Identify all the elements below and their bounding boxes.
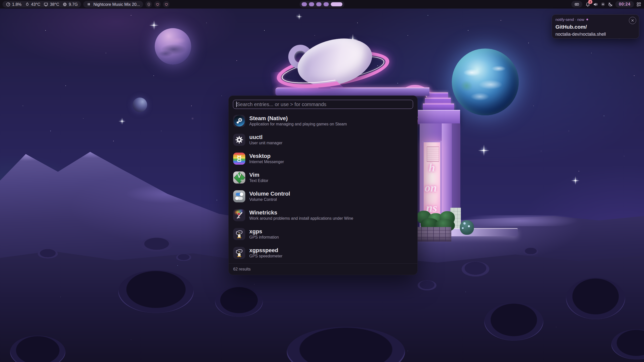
memory-stat: 9.7G: [62, 2, 78, 7]
sparkle-star: [153, 24, 155, 26]
result-name: Winetricks: [249, 210, 353, 215]
sparkle-star: [575, 180, 576, 181]
result-description: Text Editor: [249, 179, 268, 183]
cpu-temp-stat: 43°C: [25, 2, 41, 7]
app-launcher-panel: Steam (Native) Application for managing …: [228, 96, 418, 275]
vesktop-icon: [233, 153, 245, 165]
top-bar: 1.8% 43°C 38°C 9.7G Nightcore Music Mix …: [0, 0, 644, 9]
notification-popup[interactable]: notify-send · now GitHub.com/ noctalia-d…: [552, 14, 639, 39]
result-description: User unit manager: [249, 141, 283, 145]
tux-icon: [233, 247, 245, 259]
sparkle-star: [122, 121, 123, 122]
neon-sign-band: [275, 87, 429, 96]
results-footer: 62 results: [229, 263, 417, 275]
launcher-result[interactable]: Vim Vim Text Editor: [229, 168, 417, 187]
crater: [566, 278, 625, 319]
workspace-indicator[interactable]: [300, 1, 344, 8]
crater: [418, 280, 436, 290]
result-name: uuctl: [249, 134, 283, 140]
menu-board: [427, 146, 439, 162]
crater: [141, 238, 172, 251]
brick-planter: [416, 227, 451, 242]
glowing-shop-window: h on ns: [422, 141, 442, 218]
sun-icon: [600, 2, 606, 7]
clock-widget[interactable]: 00:24: [615, 1, 634, 8]
night-light-button[interactable]: [608, 2, 613, 7]
brightness-button[interactable]: [600, 2, 606, 7]
launcher-result[interactable]: Steam (Native) Application for managing …: [229, 111, 417, 130]
launcher-result[interactable]: uuctl User unit manager: [229, 130, 417, 149]
keyboard-layout-widget[interactable]: [571, 1, 582, 8]
result-description: Application for managing and playing gam…: [249, 122, 347, 126]
grid-plus-icon: [636, 2, 641, 7]
system-stats-widget[interactable]: 1.8% 43°C 38°C 9.7G: [3, 1, 81, 8]
volume-icon: [233, 190, 245, 202]
sparkle-star: [483, 149, 485, 151]
launcher-result[interactable]: xgps GPS information: [229, 224, 417, 243]
results-list: Steam (Native) Application for managing …: [229, 111, 417, 262]
pause-icon: [87, 2, 91, 7]
crater: [462, 261, 489, 277]
search-input[interactable]: [233, 100, 413, 109]
result-description: GPS speedometer: [249, 254, 283, 258]
crater: [118, 270, 194, 313]
result-name: Vesktop: [249, 153, 284, 159]
vim-icon: Vim: [233, 171, 245, 184]
steam-icon: [233, 115, 245, 127]
chip-icon: [62, 2, 67, 7]
sparkle-star: [299, 16, 300, 17]
result-description: Internet Messenger: [249, 160, 284, 164]
result-description: Volume Control: [249, 198, 290, 202]
close-icon[interactable]: [629, 17, 636, 24]
keyboard-layout-icon: [574, 2, 579, 7]
workspace-dot[interactable]: [302, 2, 307, 6]
gear-icon: [233, 134, 245, 146]
result-name: Steam (Native): [249, 116, 347, 121]
crater: [215, 287, 263, 317]
workspace-dot[interactable]: [324, 2, 329, 6]
result-name: xgps: [249, 229, 279, 234]
notification-title: GitHub.com/: [555, 24, 635, 30]
earth-planet: [452, 49, 519, 115]
crater: [484, 303, 543, 341]
workspace-dot[interactable]: [316, 2, 321, 6]
unread-dot: [586, 19, 588, 20]
media-player-widget[interactable]: Nightcore Music Mix 20...: [83, 1, 143, 8]
clock-text: 00:24: [619, 2, 630, 7]
workspace-active[interactable]: [331, 2, 342, 6]
result-description: GPS information: [249, 235, 279, 239]
notifications-button[interactable]: 2: [585, 1, 591, 7]
result-name: xgpsspeed: [249, 248, 283, 253]
media-title: Nightcore Music Mix 20...: [93, 2, 140, 7]
purple-planet: [155, 28, 191, 65]
launcher-result[interactable]: Vesktop Internet Messenger: [229, 149, 417, 168]
gpu-temp-stat: 38°C: [44, 2, 59, 7]
result-description: Work around problems and install applica…: [249, 216, 353, 220]
neon-sign-letter: h: [429, 162, 435, 173]
tray-heart-icon[interactable]: [163, 1, 170, 8]
workspace-dot[interactable]: [309, 2, 314, 6]
flame-icon: [25, 2, 30, 7]
winetricks-icon: [233, 209, 245, 221]
notification-body: noctalia-dev/noctalia.shell: [555, 32, 635, 37]
notification-meta: notify-send · now: [555, 17, 584, 22]
speaker-icon: [593, 2, 598, 7]
results-count: 62 results: [233, 267, 251, 272]
launcher-result[interactable]: Volume Control Volume Control: [229, 187, 417, 206]
crater: [176, 254, 191, 261]
launcher-result[interactable]: Winetricks Work around problems and inst…: [229, 206, 417, 224]
app-launcher-button[interactable]: [636, 2, 641, 7]
volume-button[interactable]: [593, 2, 598, 7]
tray-skull-icon[interactable]: [145, 1, 152, 8]
tray-heart-icon[interactable]: [154, 1, 161, 8]
crater: [38, 249, 58, 258]
display-icon: [44, 2, 48, 7]
tux-icon: [233, 228, 245, 240]
gauge-icon: [6, 2, 11, 7]
notification-badge: 2: [588, 0, 592, 4]
cpu-usage-stat: 1.8%: [6, 2, 22, 7]
moon-off-icon: [608, 2, 613, 7]
neon-sign-letter: on: [425, 182, 437, 194]
result-name: Volume Control: [249, 191, 290, 197]
launcher-result[interactable]: xgpsspeed GPS speedometer: [229, 243, 417, 262]
